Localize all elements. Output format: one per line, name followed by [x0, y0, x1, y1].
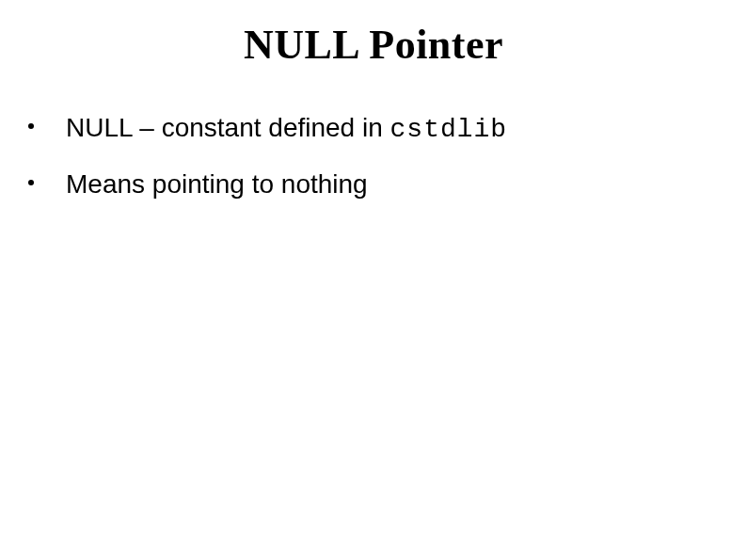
code-literal: cstdlib	[390, 115, 508, 144]
bullet-prefix: NULL – constant defined in	[66, 113, 390, 142]
slide-title: NULL Pointer	[0, 21, 747, 69]
bullet-content: Means pointing to nothing	[66, 169, 368, 199]
list-item: NULL – constant defined in cstdlib	[28, 110, 507, 148]
bullet-text: NULL – constant defined in cstdlib	[66, 110, 507, 148]
bullet-text: Means pointing to nothing	[66, 167, 368, 202]
bullet-icon	[28, 180, 34, 185]
list-item: Means pointing to nothing	[28, 167, 507, 202]
bullet-icon	[28, 123, 34, 129]
bullet-list: NULL – constant defined in cstdlib Means…	[28, 110, 507, 221]
